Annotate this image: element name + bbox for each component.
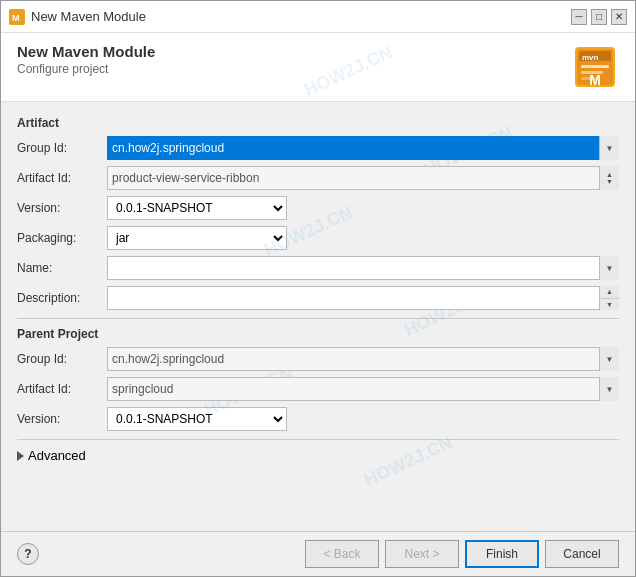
close-button[interactable]: ✕ xyxy=(611,9,627,25)
maven-logo: mvn M xyxy=(571,43,619,91)
form-content: Artifact Group Id: ▼ Artifact Id: ▲ ▼ Ve… xyxy=(1,102,635,531)
group-id-input-wrap: ▼ xyxy=(107,136,619,160)
divider-1 xyxy=(17,318,619,319)
description-input-wrap: ▲ ▼ xyxy=(107,286,619,310)
group-id-label: Group Id: xyxy=(17,141,107,155)
svg-text:M: M xyxy=(12,13,20,23)
artifact-id-input-wrap: ▲ ▼ xyxy=(107,166,619,190)
description-scroll-down[interactable]: ▼ xyxy=(600,299,619,311)
parent-group-id-input-wrap: ▼ xyxy=(107,347,619,371)
advanced-triangle-icon xyxy=(17,451,24,461)
next-button[interactable]: Next > xyxy=(385,540,459,568)
svg-text:mvn: mvn xyxy=(582,53,599,62)
name-input-wrap: ▼ xyxy=(107,256,619,280)
dialog-footer: ? < Back Next > Finish Cancel xyxy=(1,531,635,576)
packaging-label: Packaging: xyxy=(17,231,107,245)
dialog-subtitle: Configure project xyxy=(17,62,155,76)
finish-button[interactable]: Finish xyxy=(465,540,539,568)
parent-version-label: Version: xyxy=(17,412,107,426)
name-row: Name: ▼ xyxy=(17,256,619,280)
version-row: Version: 0.0.1-SNAPSHOT xyxy=(17,196,619,220)
parent-artifact-id-input-wrap: ▼ xyxy=(107,377,619,401)
footer-left: ? xyxy=(17,543,39,565)
parent-group-id-row: Group Id: ▼ xyxy=(17,347,619,371)
name-label: Name: xyxy=(17,261,107,275)
parent-artifact-id-dropdown[interactable]: ▼ xyxy=(599,377,619,401)
description-row: Description: ▲ ▼ xyxy=(17,286,619,310)
dialog-header-text: New Maven Module Configure project xyxy=(17,43,155,76)
parent-version-select[interactable]: 0.0.1-SNAPSHOT xyxy=(107,407,287,431)
dialog-header: New Maven Module Configure project mvn M xyxy=(1,33,635,102)
divider-2 xyxy=(17,439,619,440)
packaging-row: Packaging: jar war pom xyxy=(17,226,619,250)
artifact-id-label: Artifact Id: xyxy=(17,171,107,185)
artifact-id-input[interactable] xyxy=(107,166,619,190)
packaging-select[interactable]: jar war pom xyxy=(107,226,287,250)
group-id-row: Group Id: ▼ xyxy=(17,136,619,160)
title-bar-left: M New Maven Module xyxy=(9,9,146,25)
maximize-button[interactable]: □ xyxy=(591,9,607,25)
group-id-dropdown-arrow[interactable]: ▼ xyxy=(599,136,619,160)
parent-artifact-id-row: Artifact Id: ▼ xyxy=(17,377,619,401)
minimize-button[interactable]: ─ xyxy=(571,9,587,25)
name-dropdown-arrow[interactable]: ▼ xyxy=(599,256,619,280)
advanced-row[interactable]: Advanced xyxy=(17,448,619,463)
window-title: New Maven Module xyxy=(31,9,146,24)
title-bar-controls: ─ □ ✕ xyxy=(571,9,627,25)
dialog-title: New Maven Module xyxy=(17,43,155,60)
description-scroll[interactable]: ▲ ▼ xyxy=(599,286,619,310)
description-scroll-up[interactable]: ▲ xyxy=(600,286,619,299)
cancel-button[interactable]: Cancel xyxy=(545,540,619,568)
help-button[interactable]: ? xyxy=(17,543,39,565)
title-bar: M New Maven Module ─ □ ✕ xyxy=(1,1,635,33)
svg-text:M: M xyxy=(589,72,601,88)
parent-group-id-input[interactable] xyxy=(107,347,619,371)
name-input[interactable] xyxy=(107,256,619,280)
advanced-label: Advanced xyxy=(28,448,86,463)
artifact-id-scroll[interactable]: ▲ ▼ xyxy=(599,166,619,190)
parent-artifact-id-input[interactable] xyxy=(107,377,619,401)
svg-rect-6 xyxy=(581,65,609,68)
parent-section-label: Parent Project xyxy=(17,327,619,341)
dialog-window: HOW2J.CN HOW2J.CN HOW2J.CN HOW2J.CN HOW2… xyxy=(0,0,636,577)
window-icon: M xyxy=(9,9,25,25)
back-button[interactable]: < Back xyxy=(305,540,379,568)
description-input[interactable] xyxy=(107,286,619,310)
artifact-section-label: Artifact xyxy=(17,116,619,130)
group-id-input[interactable] xyxy=(107,136,619,160)
version-label: Version: xyxy=(17,201,107,215)
footer-right: < Back Next > Finish Cancel xyxy=(305,540,619,568)
description-label: Description: xyxy=(17,291,107,305)
version-select[interactable]: 0.0.1-SNAPSHOT xyxy=(107,196,287,220)
parent-group-id-label: Group Id: xyxy=(17,352,107,366)
parent-group-id-dropdown[interactable]: ▼ xyxy=(599,347,619,371)
artifact-id-row: Artifact Id: ▲ ▼ xyxy=(17,166,619,190)
parent-artifact-id-label: Artifact Id: xyxy=(17,382,107,396)
parent-version-row: Version: 0.0.1-SNAPSHOT xyxy=(17,407,619,431)
